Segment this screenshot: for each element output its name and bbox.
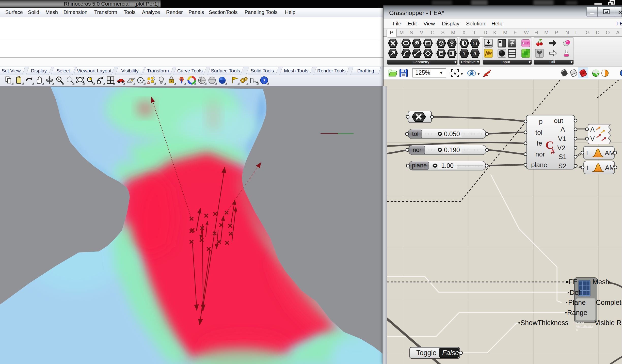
svg-text:out: out <box>554 117 563 124</box>
svg-text:7: 7 <box>463 51 466 56</box>
svg-text:nor: nor <box>535 150 545 158</box>
svg-text:-1.00: -1.00 <box>439 162 454 169</box>
svg-text:Range: Range <box>567 309 587 316</box>
svg-text:plane: plane <box>412 162 427 169</box>
svg-text:fe: fe <box>537 139 542 147</box>
svg-text:AM: AM <box>605 164 615 171</box>
svg-text:AM: AM <box>605 149 615 157</box>
svg-text:nor: nor <box>413 146 422 153</box>
svg-text:S1: S1 <box>559 153 567 161</box>
svg-text:0.1: 0.1 <box>473 42 477 46</box>
svg-text:Toggle: Toggle <box>416 349 437 357</box>
svg-text:0.190: 0.190 <box>444 146 460 153</box>
svg-text:#: # <box>551 147 555 156</box>
svg-text:Mesh: Mesh <box>576 321 584 325</box>
svg-text:Visualizatio: Visualizatio <box>576 325 593 328</box>
svg-text:Visible Rang: Visible Rang <box>595 319 622 327</box>
svg-text:I: I <box>586 164 588 171</box>
svg-text:Mesh: Mesh <box>593 278 609 286</box>
svg-text:tol: tol <box>535 129 542 136</box>
svg-text:V: V <box>590 135 595 143</box>
svg-text:A: A <box>561 125 565 133</box>
svg-text:Plane: Plane <box>568 299 586 306</box>
svg-text:0.050: 0.050 <box>444 130 460 137</box>
svg-text:I: I <box>586 149 588 157</box>
svg-text:ShowThickness: ShowThickness <box>520 319 568 327</box>
svg-text:V2: V2 <box>557 144 565 152</box>
svg-text:FE: FE <box>569 278 578 286</box>
svg-text:p: p <box>539 118 543 125</box>
svg-text:Def: Def <box>570 289 581 296</box>
svg-text:plane: plane <box>531 161 547 169</box>
svg-text:A: A <box>590 125 595 133</box>
svg-text:S2: S2 <box>558 162 566 170</box>
svg-text:V1: V1 <box>558 135 566 143</box>
svg-text:False: False <box>442 349 459 357</box>
svg-text:?: ? <box>263 77 265 84</box>
svg-text:A: A <box>473 51 477 56</box>
svg-text:n: n <box>576 328 578 332</box>
svg-text:tol: tol <box>412 130 418 137</box>
svg-text:Complete Ra: Complete Ra <box>596 299 622 306</box>
